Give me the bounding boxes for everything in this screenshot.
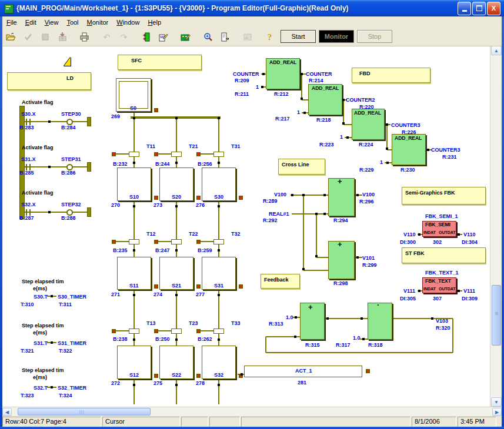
help-icon[interactable]: ? [262, 29, 278, 45]
note-fbd[interactable]: FBD [352, 68, 430, 83]
plc-run-icon[interactable] [138, 29, 154, 45]
wire [158, 330, 171, 331]
zoom-icon[interactable] [200, 29, 216, 45]
label: S31_TIMER [58, 340, 86, 346]
label: B:247 [155, 247, 170, 253]
red-marker[interactable] [196, 196, 201, 200]
junction-dot [315, 213, 318, 215]
label: R:223 [319, 142, 334, 148]
sfc-transition-bar[interactable] [171, 239, 182, 244]
sfc-transition-bar[interactable] [171, 329, 182, 334]
note-sfc[interactable]: SFC [118, 55, 202, 70]
red-marker[interactable] [196, 284, 201, 289]
label: COUNTER2 [346, 97, 375, 103]
red-marker[interactable] [196, 152, 201, 156]
junction-dot [175, 205, 178, 207]
open-icon[interactable] [3, 29, 19, 45]
red-marker[interactable] [196, 240, 201, 244]
label: V111 [403, 288, 415, 294]
menu-item-tool[interactable]: Tool [62, 18, 82, 27]
note-st-fbk[interactable]: ST FBK [402, 247, 486, 263]
label: Activate flag [22, 145, 54, 150]
wire [25, 121, 87, 122]
sfc-transition-bar[interactable] [129, 239, 139, 244]
red-marker[interactable] [366, 369, 370, 373]
scroll-right-button[interactable]: ▶ [492, 408, 502, 416]
sfc-transition-bar[interactable] [213, 152, 224, 157]
red-marker[interactable] [154, 152, 158, 156]
goto-icon[interactable] [217, 29, 233, 45]
note-semi-graphics-fbk[interactable]: Semi-Graphics FBK [402, 187, 486, 205]
label: ACT_1 [295, 368, 312, 374]
note-ld[interactable]: LD [7, 72, 91, 90]
start-button[interactable]: Start [281, 30, 316, 43]
junction-dot [218, 384, 220, 386]
junction-dot [301, 73, 303, 75]
red-marker[interactable] [112, 240, 116, 244]
red-marker[interactable] [239, 196, 243, 200]
horizontal-scroll-thumb[interactable]: ||| [18, 408, 151, 415]
label: Activate flag [22, 190, 54, 196]
label: R:298 [333, 280, 348, 286]
scroll-up-button[interactable]: ▲ [491, 46, 502, 55]
red-marker[interactable] [154, 374, 158, 378]
junction-dot [431, 317, 433, 320]
note-cross-line[interactable]: Cross Line [278, 159, 325, 175]
red-marker[interactable] [154, 329, 158, 333]
sfc-transition-bar[interactable] [129, 152, 139, 157]
label: INDAT [423, 230, 436, 236]
junction-dot [427, 149, 429, 151]
red-marker[interactable] [239, 284, 243, 289]
red-marker[interactable] [154, 196, 158, 200]
red-marker[interactable] [154, 240, 158, 244]
print-icon[interactable] [76, 29, 92, 45]
junction-dot [133, 294, 135, 296]
junction-dot [294, 336, 296, 338]
junction-dot [48, 211, 51, 213]
label: R:211 [235, 91, 249, 97]
sfc-transition-bar[interactable] [171, 152, 182, 157]
menu-item-edit[interactable]: Edit [21, 18, 41, 27]
label: B:256 [198, 161, 212, 167]
red-marker[interactable] [196, 374, 201, 378]
menu-item-window[interactable]: Window [112, 18, 143, 27]
label: Step elapsed tim [22, 323, 64, 329]
junction-dot [51, 386, 53, 388]
junction-dot [133, 249, 135, 252]
menu-item-help[interactable]: Help [143, 18, 165, 27]
junction-dot [218, 205, 220, 207]
note-feedback[interactable]: Feedback [261, 274, 300, 289]
red-marker[interactable] [196, 329, 201, 333]
scroll-down-button[interactable]: ▼ [491, 397, 502, 407]
horizontal-scrollbar[interactable]: ◀ ||| ▶ [2, 407, 502, 416]
sfc-initial-step-inner[interactable] [119, 81, 148, 109]
menu-item-monitor[interactable]: Monitor [83, 18, 113, 27]
label: S32 [214, 372, 223, 378]
monitor-button[interactable]: Monitor [319, 30, 354, 43]
program-editor-window: {MAIN_PROG/Main/Worksheet_1} - {1:S3PU55… [0, 0, 504, 429]
canvas[interactable]: Activate flagS30.XB:283STEP30B:284Activa… [2, 46, 490, 407]
restore-button[interactable] [472, 2, 486, 15]
menu-item-file[interactable]: File [2, 18, 21, 27]
fbd-mul-block[interactable] [368, 303, 392, 340]
title-bar[interactable]: {MAIN_PROG/Main/Worksheet_1} - {1:S3PU55… [0, 0, 504, 16]
close-button[interactable]: X [487, 2, 500, 15]
vertical-scrollbar[interactable]: ▲ ☰ ▼ [490, 46, 502, 407]
minimize-button[interactable] [458, 2, 471, 15]
red-marker[interactable] [112, 152, 116, 156]
label: V100 [274, 192, 286, 197]
red-marker[interactable] [112, 329, 116, 333]
board-editor-icon[interactable] [178, 29, 193, 45]
label: 274 [153, 291, 162, 297]
red-marker[interactable] [154, 284, 158, 289]
scroll-left-button[interactable]: ◀ [2, 408, 12, 416]
vertical-scroll-thumb[interactable]: ☰ [492, 285, 501, 346]
sfc-transition-bar[interactable] [213, 329, 224, 334]
menu-item-view[interactable]: View [41, 18, 63, 27]
sfc-transition-bar[interactable] [129, 329, 139, 334]
var-editor-icon[interactable]: VAR [155, 29, 171, 45]
label: STEP32 [61, 202, 81, 207]
junction-dot [51, 341, 53, 344]
red-marker[interactable] [154, 108, 158, 112]
sfc-transition-bar[interactable] [213, 239, 224, 244]
